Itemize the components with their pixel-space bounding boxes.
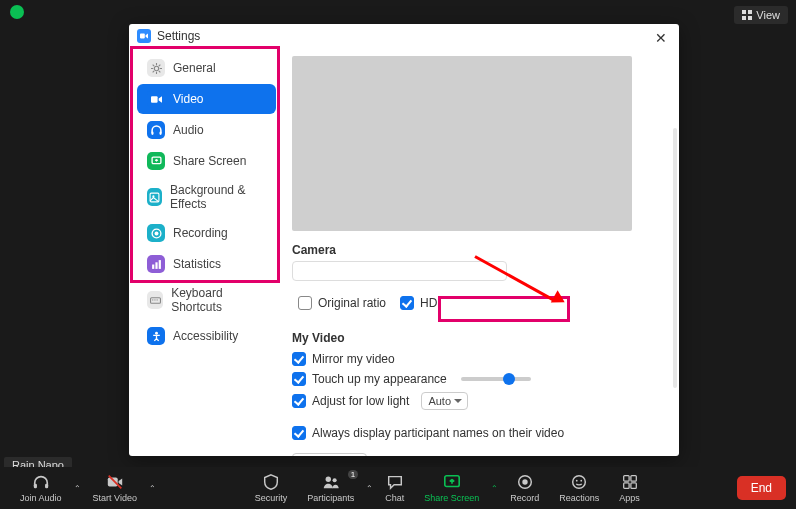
my-video-section-label: My Video <box>292 331 665 345</box>
svg-rect-2 <box>742 16 746 20</box>
participants-button[interactable]: 1Participants <box>297 473 364 503</box>
show-names-label: Always display participant names on thei… <box>312 426 564 440</box>
sidebar-item-background-effects[interactable]: Background & Effects <box>137 177 276 217</box>
keyboard-icon <box>147 291 163 309</box>
camera-select[interactable] <box>292 261 507 281</box>
svg-point-5 <box>154 66 158 70</box>
svg-rect-35 <box>631 476 636 481</box>
join-audio-label: Join Audio <box>20 493 62 503</box>
zoom-app-icon <box>137 29 151 43</box>
reactions-button[interactable]: Reactions <box>549 473 609 503</box>
svg-point-13 <box>154 231 158 235</box>
checkbox-icon <box>292 426 306 440</box>
svg-rect-0 <box>742 10 746 14</box>
share-screen-button[interactable]: Share Screen <box>414 473 489 503</box>
hd-label: HD <box>420 296 437 310</box>
sidebar-item-recording[interactable]: Recording <box>137 218 276 248</box>
reactions-icon <box>570 473 588 491</box>
touchup-slider[interactable] <box>461 377 531 381</box>
sidebar-item-label: Video <box>173 92 203 106</box>
participants-caret-icon[interactable]: ⌃ <box>364 484 375 493</box>
sidebar-item-keyboard-shortcuts[interactable]: Keyboard Shortcuts <box>137 280 276 320</box>
participants-label: Participants <box>307 493 354 503</box>
svg-point-21 <box>155 331 158 334</box>
mirror-label: Mirror my video <box>312 352 395 366</box>
share-caret-icon[interactable]: ⌃ <box>489 484 500 493</box>
gear-icon <box>147 59 165 77</box>
touch-up-checkbox[interactable]: Touch up my appearance <box>292 369 665 389</box>
checkbox-icon <box>298 296 312 310</box>
svg-rect-34 <box>623 476 628 481</box>
svg-point-31 <box>573 476 586 489</box>
apps-button[interactable]: Apps <box>609 473 650 503</box>
video-off-icon <box>106 473 124 491</box>
svg-rect-1 <box>748 10 752 14</box>
sidebar-item-statistics[interactable]: Statistics <box>137 249 276 279</box>
sidebar-item-share-screen[interactable]: Share Screen <box>137 146 276 176</box>
sidebar-item-label: Audio <box>173 123 204 137</box>
svg-point-33 <box>581 480 583 482</box>
original-ratio-checkbox[interactable]: Original ratio <box>298 293 386 313</box>
camera-options-row: Original ratio HD <box>292 287 665 319</box>
shield-icon <box>262 473 280 491</box>
sidebar-item-label: Recording <box>173 226 228 240</box>
headphones-icon <box>32 473 50 491</box>
checkbox-icon <box>292 372 306 386</box>
scrollbar[interactable] <box>673 128 677 388</box>
sidebar-item-label: Share Screen <box>173 154 246 168</box>
lowlight-label: Adjust for low light <box>312 394 409 408</box>
settings-title: Settings <box>157 29 200 43</box>
svg-point-32 <box>576 480 578 482</box>
join-audio-button[interactable]: Join Audio <box>10 473 72 503</box>
app-topbar <box>0 0 796 24</box>
video-caret-icon[interactable]: ⌃ <box>147 484 158 493</box>
record-icon <box>147 224 165 242</box>
hd-checkbox[interactable]: HD <box>400 293 437 313</box>
svg-point-26 <box>325 477 330 482</box>
share-screen-icon <box>147 152 165 170</box>
slider-thumb[interactable] <box>503 373 515 385</box>
apps-icon <box>621 473 639 491</box>
svg-rect-37 <box>631 483 636 488</box>
svg-rect-6 <box>151 96 158 103</box>
statistics-icon <box>147 255 165 273</box>
settings-content: Camera Original ratio HD My Video Mirror… <box>284 48 679 456</box>
grid-icon <box>742 10 752 20</box>
svg-rect-8 <box>159 131 161 134</box>
record-button[interactable]: Record <box>500 473 549 503</box>
low-light-checkbox[interactable]: Adjust for low lightAuto <box>292 389 665 413</box>
svg-rect-23 <box>45 484 48 489</box>
view-label: View <box>756 9 780 21</box>
meeting-toolbar: Join Audio ⌃ Start Video ⌃ Security 1Par… <box>0 467 796 509</box>
encryption-shield-icon[interactable] <box>10 5 24 19</box>
view-layout-button[interactable]: View <box>734 6 788 24</box>
advanced-button[interactable]: Advanced <box>292 453 367 456</box>
chat-button[interactable]: Chat <box>375 473 414 503</box>
svg-rect-14 <box>152 264 154 268</box>
sidebar-item-accessibility[interactable]: Accessibility <box>137 321 276 351</box>
svg-rect-19 <box>154 299 155 300</box>
apps-label: Apps <box>619 493 640 503</box>
svg-rect-7 <box>151 131 153 134</box>
show-names-checkbox[interactable]: Always display participant names on thei… <box>292 423 665 443</box>
settings-body: General Video Audio Share Screen Backgro… <box>129 48 679 456</box>
close-icon[interactable]: ✕ <box>651 28 671 48</box>
touchup-label: Touch up my appearance <box>312 372 447 386</box>
svg-rect-3 <box>748 16 752 20</box>
sidebar-item-video[interactable]: Video <box>137 84 276 114</box>
settings-dialog: Settings ✕ General Video Audio Share Scr… <box>129 24 679 456</box>
sidebar-item-audio[interactable]: Audio <box>137 115 276 145</box>
audio-caret-icon[interactable]: ⌃ <box>72 484 83 493</box>
low-light-mode-select[interactable]: Auto <box>421 392 468 410</box>
sidebar-item-general[interactable]: General <box>137 53 276 83</box>
background-icon <box>147 188 162 206</box>
end-meeting-button[interactable]: End <box>737 476 786 500</box>
start-video-button[interactable]: Start Video <box>83 473 147 503</box>
svg-rect-15 <box>155 262 157 269</box>
share-screen-label: Share Screen <box>424 493 479 503</box>
mirror-video-checkbox[interactable]: Mirror my video <box>292 349 665 369</box>
video-preview <box>292 56 632 231</box>
headphones-icon <box>147 121 165 139</box>
share-screen-icon <box>443 473 461 491</box>
security-button[interactable]: Security <box>245 473 298 503</box>
